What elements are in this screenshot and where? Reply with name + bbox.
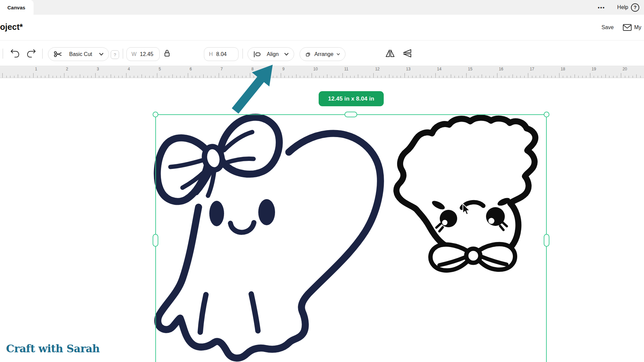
selection-handle-top-left[interactable]: [153, 112, 158, 117]
left-ghost-eye: [209, 201, 224, 226]
selection-size-badge: 12.45 in x 8.04 in: [319, 91, 384, 106]
ghost-with-hair-bow-image[interactable]: [157, 117, 380, 358]
left-ghost-eye: [258, 199, 275, 225]
watermark-text: Craft with Sarah: [6, 343, 100, 355]
canvas-artwork: [0, 0, 644, 362]
selection-handle-left-middle[interactable]: [153, 234, 158, 247]
selection-handle-right-middle[interactable]: [544, 234, 549, 247]
app-window: Canvas ••• Help ? oject* Save My: [0, 0, 644, 362]
right-ghost-eye: [440, 210, 457, 227]
selection-handle-top-center[interactable]: [344, 112, 357, 117]
ghost-with-bow-tie-image[interactable]: [396, 118, 535, 270]
design-canvas[interactable]: [0, 78, 644, 362]
selection-handle-top-right[interactable]: [544, 112, 549, 117]
bow-tie: [430, 244, 515, 270]
